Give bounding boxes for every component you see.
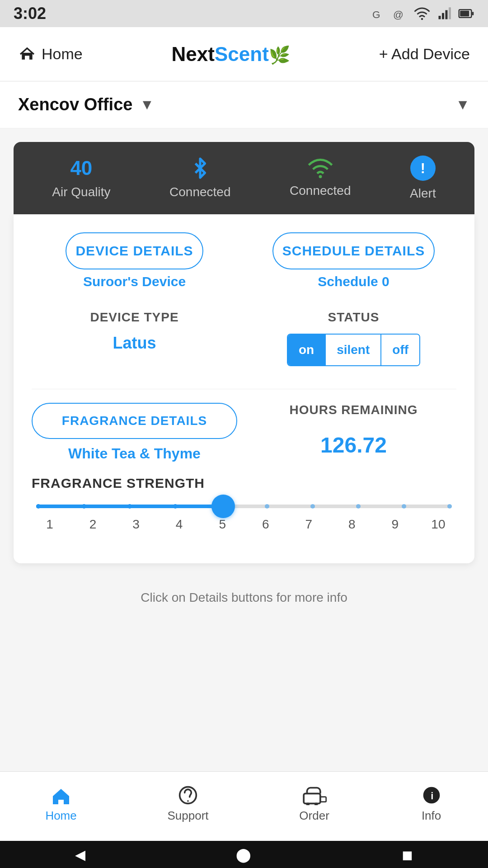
svg-point-10 <box>319 175 322 178</box>
app-header: Home NextScent🌿 + Add Device <box>0 27 488 81</box>
home-button[interactable]: ⬤ <box>236 847 251 863</box>
recents-button[interactable]: ◼ <box>402 847 413 863</box>
google-icon: G <box>372 7 386 20</box>
slider-dot-1 <box>36 504 41 509</box>
slider-dot-10 <box>447 504 452 509</box>
slider-dot-9 <box>402 504 406 509</box>
fragrance-strength-section: FRAGRANCE STRENGTH 1 <box>32 476 456 532</box>
status-toggle: on silent off <box>287 334 420 366</box>
wifi-status-label: Connected <box>290 184 351 198</box>
alert-item: ! Alert <box>410 156 436 201</box>
slider-dots <box>36 504 452 509</box>
slider-label-5: 5 <box>209 517 236 532</box>
device-name: Suroor's Device <box>83 274 186 289</box>
device-details-button[interactable]: DEVICE DETAILS <box>66 232 203 269</box>
air-quality-item: 40 Air Quality <box>52 157 110 199</box>
svg-rect-3 <box>439 16 441 19</box>
device-status-card: 40 Air Quality Connected Connected ! Ale… <box>14 142 474 214</box>
logo-scent: Scent <box>215 43 269 65</box>
nav-home-icon <box>50 785 72 805</box>
fragrance-row: FRAGRANCE DETAILS White Tea & Thyme HOUR… <box>32 403 456 462</box>
nav-info-icon: i <box>420 785 443 805</box>
status-off-button[interactable]: off <box>381 335 419 365</box>
location-selector[interactable]: Xencov Office ▼ <box>18 95 154 114</box>
bluetooth-item: Connected <box>169 157 230 199</box>
slider-thumb[interactable] <box>211 495 235 518</box>
row-divider <box>32 389 456 389</box>
location-chevron-icon: ▼ <box>140 96 154 113</box>
nav-support-label: Support <box>168 809 209 823</box>
slider-label-4: 4 <box>166 517 193 532</box>
slider-dot-7 <box>310 504 315 509</box>
status-icons: G @ <box>372 7 474 20</box>
nav-home[interactable]: Home <box>32 781 90 827</box>
svg-point-2 <box>421 18 423 20</box>
schedule-details-button[interactable]: SCHEDULE DETAILS <box>272 232 435 269</box>
svg-rect-5 <box>446 10 448 19</box>
slider-dot-6 <box>265 504 269 509</box>
nav-info[interactable]: i Info <box>407 781 456 827</box>
svg-text:@: @ <box>393 9 404 20</box>
bottom-hint: Click on Details buttons for more info <box>0 577 488 618</box>
details-buttons-row: DEVICE DETAILS Suroor's Device SCHEDULE … <box>32 232 456 303</box>
wifi-status-icon <box>308 158 333 178</box>
nav-home-label: Home <box>45 809 76 823</box>
slider-label-1: 1 <box>36 517 63 532</box>
home-label: Home <box>42 45 83 63</box>
status-on-button[interactable]: on <box>288 335 326 365</box>
home-nav-btn[interactable]: Home <box>18 45 83 63</box>
logo-next: Next <box>172 43 215 65</box>
device-details-col: DEVICE DETAILS Suroor's Device <box>32 232 237 303</box>
fragrance-details-col: FRAGRANCE DETAILS White Tea & Thyme <box>32 403 237 462</box>
home-header-icon <box>18 45 36 63</box>
bottom-nav: Home Support Order i Info <box>0 771 488 841</box>
slider-label-7: 7 <box>295 517 322 532</box>
nav-support[interactable]: Support <box>154 781 222 827</box>
alert-label: Alert <box>410 186 436 201</box>
fragrance-details-button[interactable]: FRAGRANCE DETAILS <box>32 403 237 439</box>
fragrance-strength-label: FRAGRANCE STRENGTH <box>32 476 456 491</box>
signal-icon <box>437 7 451 20</box>
nav-order[interactable]: Order <box>286 781 343 827</box>
svg-rect-14 <box>304 793 320 803</box>
at-icon: @ <box>393 7 407 20</box>
status-silent-button[interactable]: silent <box>326 335 381 365</box>
slider-label-8: 8 <box>338 517 366 532</box>
schedule-details-col: SCHEDULE DETAILS Schedule 0 <box>251 232 456 303</box>
wifi-icon <box>414 7 430 20</box>
slider-dot-3 <box>127 504 132 509</box>
slider-label-10: 10 <box>425 517 452 532</box>
fragrance-name: White Tea & Thyme <box>68 445 201 462</box>
slider-dot-4 <box>173 504 178 509</box>
svg-rect-6 <box>449 7 451 19</box>
main-card: DEVICE DETAILS Suroor's Device SCHEDULE … <box>14 214 474 563</box>
device-type-label: DEVICE TYPE <box>90 310 178 325</box>
slider-labels: 1 2 3 4 5 6 7 8 9 10 <box>36 517 452 532</box>
alert-icon: ! <box>410 156 436 181</box>
logo-leaf: 🌿 <box>269 46 290 65</box>
location-name: Xencov Office <box>18 95 132 114</box>
svg-text:i: i <box>431 790 433 802</box>
schedule-name: Schedule 0 <box>318 274 389 289</box>
slider-label-2: 2 <box>80 517 107 532</box>
status-time: 3:02 <box>14 4 46 23</box>
nav-order-label: Order <box>299 809 329 823</box>
add-device-label: + Add Device <box>379 45 470 63</box>
svg-text:G: G <box>372 9 380 20</box>
nav-info-label: Info <box>422 809 441 823</box>
slider-label-9: 9 <box>381 517 408 532</box>
back-button[interactable]: ◀ <box>75 847 85 863</box>
nav-order-icon <box>302 785 327 805</box>
slider-label-6: 6 <box>252 517 279 532</box>
status-col: STATUS on silent off <box>251 310 456 380</box>
slider-label-3: 3 <box>122 517 150 532</box>
svg-rect-4 <box>442 13 444 19</box>
air-quality-label: Air Quality <box>52 185 110 199</box>
type-status-row: DEVICE TYPE Latus STATUS on silent off <box>32 310 456 380</box>
device-type-value: Latus <box>113 334 156 353</box>
add-device-button[interactable]: + Add Device <box>379 45 470 63</box>
svg-point-12 <box>187 800 189 802</box>
status-label: STATUS <box>328 310 380 325</box>
svg-rect-8 <box>460 11 469 17</box>
app-logo: NextScent🌿 <box>172 43 290 66</box>
